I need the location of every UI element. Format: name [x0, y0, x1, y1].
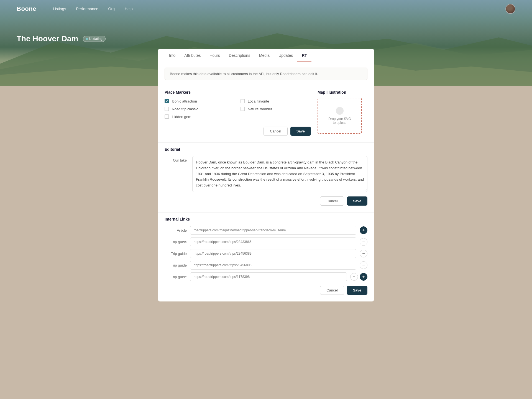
checkbox-iconic[interactable]: [165, 99, 169, 103]
link-input-tripguide-3[interactable]: [190, 261, 356, 270]
checkbox-hidden[interactable]: [165, 114, 169, 119]
page-wrapper: Boone Listings Performance Org Help The …: [0, 0, 532, 399]
place-markers-title: Place Markers: [165, 90, 311, 94]
internal-links-title: Internal Links: [165, 217, 367, 221]
nav-performance[interactable]: Performance: [76, 7, 98, 11]
markers-col-left: Iconic attraction Road trip classic: [165, 99, 235, 122]
editorial-save-button[interactable]: Save: [347, 196, 367, 206]
editorial-row: Our take Hoover Dam, once known as Bould…: [165, 156, 367, 192]
tab-attributes[interactable]: Attributes: [180, 49, 205, 62]
avatar-image: [506, 4, 515, 13]
link-row-article: Article +: [165, 226, 367, 235]
editorial-cancel-button[interactable]: Cancel: [320, 196, 344, 206]
editorial-actions: Cancel Save: [165, 196, 367, 206]
main-content: Info Attributes Hours Descriptions Media…: [141, 49, 391, 318]
status-text: Updating: [89, 37, 103, 41]
nav-links: Listings Performance Org Help: [53, 7, 133, 11]
marker-row-roadtrip: Road trip classic: [165, 107, 235, 111]
link-add-article[interactable]: +: [360, 226, 367, 234]
link-btns-tripguide-4: − +: [350, 273, 367, 281]
page-title-area: The Hoover Dam Updating: [0, 18, 532, 49]
link-row-tripguide-1: Trip guide −: [165, 237, 367, 246]
marker-row-local: Local favorite: [241, 99, 311, 103]
nav-listings[interactable]: Listings: [53, 7, 66, 11]
navbar: Boone Listings Performance Org Help: [0, 0, 532, 18]
link-input-article[interactable]: [190, 226, 356, 235]
brand-logo: Boone: [17, 5, 36, 12]
markers-col-right: Local favorite Natural wonder: [241, 99, 311, 122]
map-illustration-title: Map Illustration: [318, 90, 367, 94]
internal-links-actions: Cancel Save: [165, 286, 367, 295]
link-remove-tripguide-4[interactable]: −: [350, 273, 358, 281]
link-input-tripguide-1[interactable]: [190, 237, 356, 246]
info-message: Boone makes this data available to all c…: [165, 68, 367, 80]
link-btns-article: +: [360, 226, 367, 234]
link-row-tripguide-2: Trip guide −: [165, 249, 367, 258]
checkbox-local[interactable]: [241, 99, 245, 103]
link-add-tripguide-4[interactable]: +: [360, 273, 367, 281]
place-markers-save-button[interactable]: Save: [290, 127, 311, 136]
editorial-label: Our take: [165, 156, 187, 162]
map-illustration-area: Map Illustration Drop your SVGto upload: [318, 90, 367, 136]
nav-help[interactable]: Help: [125, 7, 133, 11]
editorial-section: Editorial Our take Hoover Dam, once know…: [158, 143, 374, 213]
drop-zone-text: Drop your SVGto upload: [328, 117, 351, 125]
marker-row-natural: Natural wonder: [241, 107, 311, 111]
link-remove-tripguide-1[interactable]: −: [360, 238, 367, 246]
place-markers-cancel-button[interactable]: Cancel: [264, 127, 287, 136]
nav-org[interactable]: Org: [108, 7, 115, 11]
tab-hours[interactable]: Hours: [205, 49, 224, 62]
tabs-container: Info Attributes Hours Descriptions Media…: [158, 49, 374, 62]
upload-icon: [336, 107, 344, 115]
svg-drop-zone[interactable]: Drop your SVGto upload: [318, 98, 362, 134]
marker-row-hidden: Hidden gem: [165, 114, 235, 119]
link-input-tripguide-2[interactable]: [190, 249, 356, 258]
tab-info[interactable]: Info: [165, 49, 180, 62]
link-row-tripguide-4: Trip guide − +: [165, 272, 367, 281]
marker-row-iconic: Iconic attraction: [165, 99, 235, 103]
marker-label-hidden: Hidden gem: [172, 115, 191, 119]
place-markers-section: Place Markers Iconic attraction: [158, 86, 374, 143]
internal-links-section: Internal Links Article + Trip guide −: [158, 213, 374, 301]
tab-descriptions[interactable]: Descriptions: [224, 49, 255, 62]
link-label-tripguide-4: Trip guide: [165, 275, 187, 279]
link-remove-tripguide-3[interactable]: −: [360, 261, 367, 269]
marker-label-natural: Natural wonder: [248, 107, 272, 111]
marker-label-roadtrip: Road trip classic: [172, 107, 198, 111]
marker-label-local: Local favorite: [248, 99, 269, 103]
markers-checkboxes-area: Iconic attraction Road trip classic: [165, 99, 311, 122]
link-input-tripguide-4[interactable]: [190, 272, 347, 281]
marker-label-iconic: Iconic attraction: [172, 99, 197, 103]
status-dot: [86, 38, 88, 40]
tab-updates[interactable]: Updates: [274, 49, 297, 62]
link-label-tripguide-3: Trip guide: [165, 263, 187, 267]
place-markers-actions: Cancel Save: [165, 127, 311, 136]
internal-links-cancel-button[interactable]: Cancel: [320, 286, 344, 295]
tab-rt[interactable]: RT: [297, 49, 311, 62]
link-row-tripguide-3: Trip guide −: [165, 261, 367, 270]
internal-links-save-button[interactable]: Save: [347, 286, 367, 295]
link-btns-tripguide-1: −: [360, 238, 367, 246]
tab-media[interactable]: Media: [255, 49, 274, 62]
editorial-textarea[interactable]: Hoover Dam, once known as Boulder Dam, i…: [192, 156, 367, 192]
link-label-article: Article: [165, 228, 187, 232]
link-label-tripguide-2: Trip guide: [165, 252, 187, 256]
main-panel: Info Attributes Hours Descriptions Media…: [158, 49, 374, 301]
page-title: The Hoover Dam: [17, 34, 78, 43]
checkbox-roadtrip[interactable]: [165, 107, 169, 111]
link-btns-tripguide-3: −: [360, 261, 367, 269]
link-btns-tripguide-2: −: [360, 250, 367, 257]
status-badge: Updating: [83, 36, 106, 42]
link-label-tripguide-1: Trip guide: [165, 240, 187, 244]
user-avatar[interactable]: [505, 4, 515, 14]
checkbox-natural[interactable]: [241, 107, 245, 111]
link-remove-tripguide-2[interactable]: −: [360, 250, 367, 257]
editorial-title: Editorial: [165, 147, 367, 152]
